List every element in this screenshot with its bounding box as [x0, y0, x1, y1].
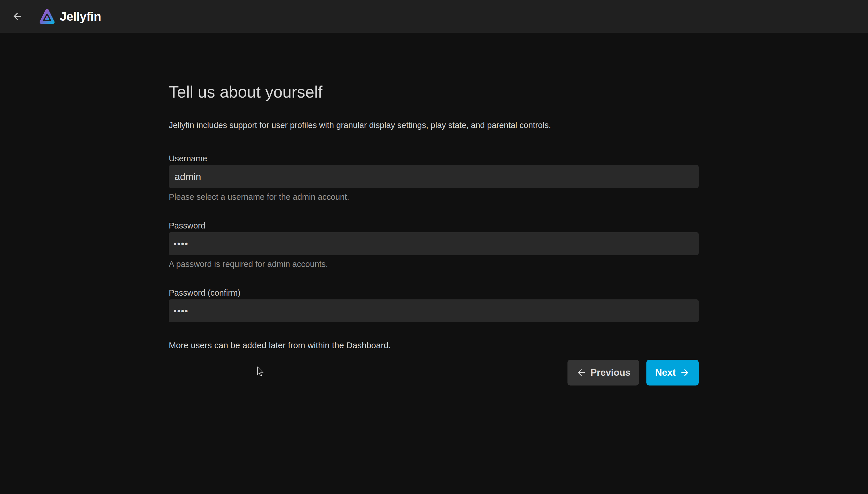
- next-button[interactable]: Next: [647, 360, 699, 385]
- jellyfin-icon: [38, 7, 56, 25]
- password-input[interactable]: [169, 232, 699, 255]
- username-helper-text: Please select a username for the admin a…: [169, 191, 699, 202]
- jellyfin-setup-wizard: Jellyfin Tell us about yourself Jellyfin…: [0, 0, 868, 494]
- username-input[interactable]: [169, 165, 699, 188]
- password-field-group: Password A password is required for admi…: [169, 220, 699, 269]
- password-confirm-label: Password (confirm): [169, 287, 699, 298]
- wizard-nav-buttons: Previous Next: [169, 360, 699, 385]
- password-label: Password: [169, 220, 699, 231]
- password-confirm-input[interactable]: [169, 299, 699, 322]
- page-description: Jellyfin includes support for user profi…: [169, 120, 699, 131]
- more-users-note: More users can be added later from withi…: [169, 340, 699, 351]
- back-button[interactable]: [8, 7, 26, 25]
- password-helper-text: A password is required for admin account…: [169, 259, 699, 269]
- wizard-user-step: Tell us about yourself Jellyfin includes…: [169, 81, 699, 385]
- arrow-back-icon: [12, 11, 23, 22]
- arrow-right-icon: [680, 367, 690, 378]
- previous-button[interactable]: Previous: [567, 360, 639, 385]
- arrow-left-icon: [576, 367, 586, 378]
- page-title: Tell us about yourself: [169, 81, 699, 103]
- username-label: Username: [169, 153, 699, 164]
- username-field-group: Username Please select a username for th…: [169, 153, 699, 202]
- password-confirm-field-group: Password (confirm): [169, 287, 699, 322]
- app-header: Jellyfin: [0, 0, 868, 33]
- jellyfin-logo: Jellyfin: [38, 7, 101, 25]
- previous-button-label: Previous: [591, 367, 630, 378]
- next-button-label: Next: [655, 367, 676, 378]
- logo-wordmark: Jellyfin: [60, 10, 101, 23]
